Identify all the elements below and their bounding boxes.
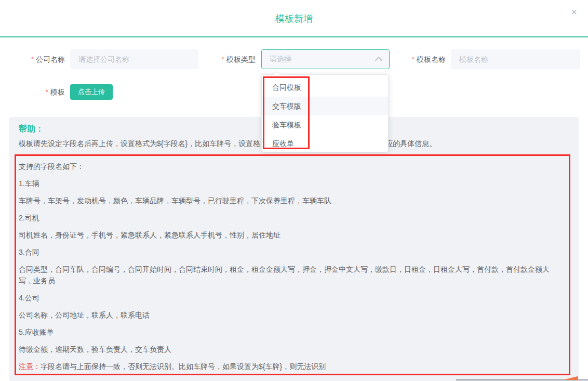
supported-fields-list: 支持的字段名如下： 1.车辆 车牌号，车架号，发动机号，颜色，车辆品牌，车辆型号… <box>19 161 561 378</box>
template-name-input[interactable] <box>451 49 580 69</box>
dropdown-option-inspection[interactable]: 验车模板 <box>262 115 388 134</box>
template-type-dropdown: 合同模板 交车模版 验车模板 应收单 <box>261 74 389 152</box>
chevron-up-icon <box>375 57 382 64</box>
help-line: 合同类型，合同车队，合同编号，合同开始时间，合同结束时间，租金，租金金额大写，押… <box>19 264 561 286</box>
required-mark: * <box>412 55 415 63</box>
header-divider <box>0 36 588 37</box>
upload-button[interactable]: 点击上传 <box>70 84 113 100</box>
page-title: 模板新增 <box>0 12 588 25</box>
company-name-input[interactable] <box>70 49 198 69</box>
help-line: 5.应收账单 <box>19 326 561 338</box>
help-title: 帮助： <box>19 124 44 135</box>
help-line: 公司名称，公司地址，联系人，联系电话 <box>19 309 561 321</box>
close-icon[interactable]: × <box>567 5 581 19</box>
template-file-label: *模板 <box>20 82 65 102</box>
help-line: 1.车辆 <box>19 178 561 189</box>
help-line: 支持的字段名如下： <box>19 161 561 172</box>
help-line: 司机姓名，身份证号，手机号，紧急联系人，紧急联系人手机号，性别，居住地址 <box>19 229 561 241</box>
dropdown-arrow <box>273 71 280 78</box>
help-line: 4.公司 <box>19 292 561 304</box>
dropdown-option-delivery[interactable]: 交车模版 <box>262 97 388 115</box>
select-placeholder: 请选择 <box>270 55 376 64</box>
help-panel: 帮助： 模板请先设定字段名后再上传，设置格式为${字段名}，比如车牌号，设置格式… <box>9 117 579 381</box>
note-text: 字段名请与上面保持一致，否则无法识别。比如车牌号，如果设置为${车牌}，则无法识… <box>41 362 326 371</box>
help-line: 车牌号，车架号，发动机号，颜色，车辆品牌，车辆型号，已行驶里程，下次保养里程，车… <box>19 195 561 206</box>
help-line: 2.司机 <box>19 212 561 224</box>
note-prefix: 注意： <box>19 362 41 371</box>
required-mark: * <box>222 55 224 63</box>
dropdown-option-contract[interactable]: 合同模板 <box>262 78 388 97</box>
help-line: 待缴金额，逾期天数，验车负责人，交车负责人 <box>19 344 561 355</box>
required-mark: * <box>46 88 48 96</box>
template-type-select[interactable]: 请选择 <box>261 49 390 69</box>
dropdown-option-receivable[interactable]: 应收单 <box>262 134 388 153</box>
company-name-label: *公司名称 <box>20 49 65 69</box>
template-type-label: *模板类型 <box>213 49 256 69</box>
template-add-dialog: 模板新增 × *公司名称 *模板类型 请选择 *模板名称 *模板 点击上传 帮助… <box>0 0 588 381</box>
help-line: 3.合同 <box>19 246 561 258</box>
template-name-label: *模板名称 <box>402 49 446 69</box>
help-note: 注意：字段名请与上面保持一致，否则无法识别。比如车牌号，如果设置为${车牌}，则… <box>19 361 561 372</box>
required-mark: * <box>31 55 34 63</box>
